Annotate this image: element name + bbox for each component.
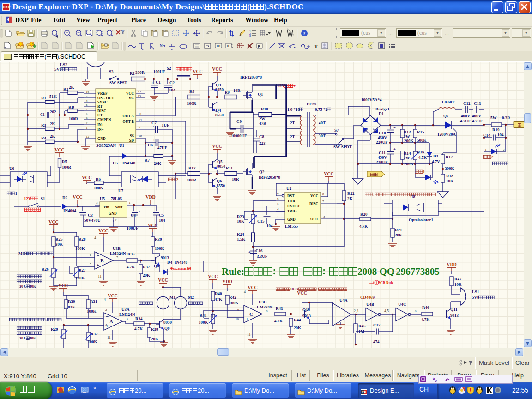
svg-text:B: B [100, 258, 104, 263]
svg-text:+: + [97, 262, 99, 268]
svg-text:C: C [249, 311, 253, 317]
svg-text:U4B: U4B [366, 302, 374, 307]
svg-text:0.75 *2: 0.75 *2 [315, 107, 328, 112]
svg-text:Rule:: Rule: [222, 266, 244, 277]
svg-text:R1: R1 [130, 71, 135, 76]
svg-text:51K: 51K [49, 94, 57, 99]
svg-text:D2: D2 [62, 195, 67, 200]
svg-text:U7: U7 [118, 188, 123, 193]
svg-text:8050: 8050 [217, 164, 226, 169]
svg-text:R4: R4 [41, 136, 46, 140]
svg-text:10: 10 [236, 317, 239, 321]
svg-text:VCC: VCC [58, 283, 68, 288]
svg-text:+: + [293, 83, 296, 88]
svg-text:+: + [246, 316, 248, 321]
svg-text:VCC: VCC [73, 194, 83, 200]
svg-text:11: 11 [139, 112, 142, 116]
svg-text:Q9: Q9 [164, 326, 170, 331]
svg-text:?: ? [303, 30, 306, 36]
svg-text:Net: Net [160, 44, 165, 48]
svg-text:C5: C5 [159, 213, 164, 218]
svg-text:2K: 2K [50, 121, 55, 126]
svg-text:IN4148: IN4148 [122, 161, 136, 165]
svg-text:IN−: IN− [97, 127, 104, 132]
svg-text:82K: 82K [68, 305, 75, 309]
svg-text:Q5: Q5 [217, 159, 223, 164]
svg-text:1.0 *10: 1.0 *10 [287, 107, 300, 112]
svg-text:104: 104 [497, 133, 504, 137]
svg-text:400V: 400V [461, 114, 471, 118]
svg-text:LM324N: LM324N [257, 305, 273, 309]
svg-text:OUT B: OUT B [122, 120, 134, 124]
svg-text:4.7K: 4.7K [134, 326, 143, 331]
svg-text:5: 5 [277, 202, 279, 206]
svg-text:7: 7 [116, 255, 118, 259]
svg-text:−: − [97, 253, 99, 258]
svg-text:100K: 100K [94, 186, 103, 190]
svg-text:C13: C13 [474, 101, 481, 106]
svg-text:R40: R40 [215, 291, 222, 296]
svg-text:S3: S3 [109, 69, 114, 74]
svg-text:D5: D5 [113, 161, 118, 165]
svg-text:GND: GND [287, 218, 296, 222]
svg-text:200K: 200K [404, 139, 414, 143]
svg-text:R8: R8 [189, 89, 194, 94]
svg-text:14: 14 [139, 118, 142, 121]
svg-text:9013: 9013 [302, 314, 311, 318]
svg-text:100UF: 100UF [153, 69, 165, 74]
svg-text:4: 4 [244, 290, 246, 294]
svg-text:XP: XP [362, 391, 366, 394]
svg-text:VCC: VCC [212, 66, 222, 72]
svg-text:R10: R10 [261, 107, 268, 111]
svg-text:IRF32058*8: IRF32058*8 [240, 75, 262, 79]
svg-text:296773805: 296773805 [396, 266, 440, 277]
svg-text:VCC: VCC [98, 228, 109, 233]
svg-text:30 C: 30 C [19, 336, 27, 340]
svg-text:R9: R9 [225, 91, 230, 95]
svg-text:IN+: IN+ [97, 123, 104, 127]
svg-text:U4C: U4C [398, 302, 406, 307]
svg-text:4.7K: 4.7K [359, 224, 368, 229]
svg-text:⁰ₒ: ⁰ₒ [433, 377, 437, 382]
svg-text:R6: R6 [96, 177, 101, 181]
svg-text:LS2: LS2 [60, 62, 67, 67]
svg-text:8: 8 [266, 309, 268, 313]
svg-text:Vout: Vout [115, 205, 122, 209]
svg-text:2W: 2W [404, 156, 410, 160]
svg-text:R25: R25 [55, 237, 63, 242]
svg-text:S2: S2 [167, 66, 171, 71]
svg-text:DISC: DISC [309, 202, 318, 206]
svg-text:104: 104 [169, 88, 175, 92]
svg-text:10K: 10K [237, 219, 244, 224]
svg-text:+: + [151, 80, 153, 85]
svg-text:R20: R20 [360, 212, 368, 217]
svg-text:D: D [227, 44, 229, 48]
svg-text:20K: 20K [395, 233, 402, 237]
svg-text:1: 1 [129, 201, 131, 205]
svg-text:5: 5 [90, 262, 91, 266]
svg-text:C16: C16 [255, 248, 263, 253]
svg-text:R39: R39 [155, 237, 162, 242]
svg-text:R18: R18 [446, 174, 453, 178]
svg-text:4.7UF: 4.7UF [472, 119, 483, 123]
svg-text:R29: R29 [51, 327, 58, 332]
svg-text:Bridge1: Bridge1 [375, 107, 390, 111]
svg-text:VCC: VCC [324, 171, 334, 176]
svg-text:R27: R27 [79, 268, 86, 272]
svg-text:2T: 2T [290, 121, 295, 125]
svg-text:C11: C11 [379, 151, 386, 155]
svg-text:VDD: VDD [145, 194, 156, 200]
svg-text:R45: R45 [358, 324, 366, 328]
svg-text:2: 2 [277, 207, 279, 211]
svg-text:R47: R47 [454, 277, 462, 281]
svg-text:A: A [109, 319, 113, 324]
svg-text:VREF: VREF [97, 91, 108, 96]
svg-text:VC: VC [128, 96, 134, 100]
svg-text:VCC: VCC [297, 290, 307, 296]
svg-text:Q11: Q11 [450, 307, 458, 312]
svg-text:D1: D1 [217, 44, 221, 48]
svg-text:47R: 47R [259, 121, 266, 126]
svg-text:—ⓘ PCB Rule: —ⓘ PCB Rule [369, 280, 393, 285]
svg-text:U6: U6 [9, 166, 14, 171]
svg-text:C17: C17 [373, 323, 381, 327]
